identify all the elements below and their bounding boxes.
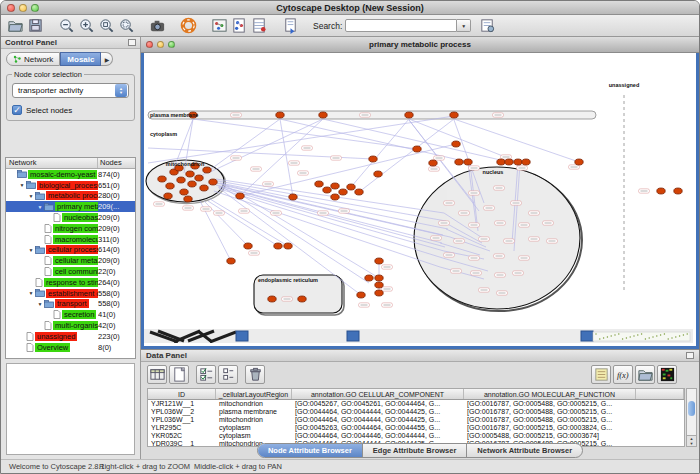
import-table-button[interactable] xyxy=(249,16,269,36)
network-node[interactable] xyxy=(268,296,276,302)
tree-row[interactable]: ▼transport558(0) xyxy=(6,299,135,310)
network-node[interactable] xyxy=(166,183,174,189)
tree-row[interactable]: mosaic-demo-yeast874(0) xyxy=(6,169,135,180)
attr-list-button[interactable] xyxy=(218,365,238,384)
tree-row[interactable]: cell communicat22(0) xyxy=(6,266,135,277)
network-node[interactable] xyxy=(298,296,306,302)
notes-button[interactable] xyxy=(591,365,611,384)
snapshot-button[interactable] xyxy=(147,16,167,36)
save-button[interactable] xyxy=(25,16,45,36)
network-node[interactable] xyxy=(184,196,192,202)
float-data-panel-icon[interactable] xyxy=(686,352,694,359)
network-node[interactable] xyxy=(657,188,665,194)
tree-row[interactable]: nucleobase-209(0) xyxy=(6,212,135,223)
function-button[interactable]: f(x) xyxy=(613,365,633,384)
table-row[interactable]: YPL036W__1mitochondrion[GO:0044464, GO:0… xyxy=(148,416,684,424)
network-canvas[interactable]: plasma membranecytoplasmmitochondrionnuc… xyxy=(144,53,696,346)
network-node[interactable] xyxy=(284,243,292,249)
network-node[interactable] xyxy=(375,282,383,288)
network-node[interactable] xyxy=(195,175,203,181)
network-node[interactable] xyxy=(188,181,196,187)
network-node[interactable] xyxy=(319,112,327,118)
attr-columns-button[interactable] xyxy=(147,365,167,384)
network-node[interactable] xyxy=(450,112,458,118)
table-column-header[interactable]: annotation.GO MOLECULAR_FUNCTION xyxy=(464,389,636,399)
network-node[interactable] xyxy=(186,171,194,177)
tab-node-attribute-browser[interactable]: Node Attribute Browser xyxy=(258,444,363,457)
heatmap-button[interactable] xyxy=(657,365,677,384)
attr-delete-button[interactable] xyxy=(196,365,216,384)
network-node[interactable] xyxy=(374,171,382,177)
tree-row[interactable]: cellular metabo209(0) xyxy=(6,255,135,266)
network-node[interactable] xyxy=(455,159,463,165)
open-button[interactable] xyxy=(5,16,25,36)
tree-row[interactable]: macromolecule311(0) xyxy=(6,234,135,245)
open-folder-button[interactable] xyxy=(635,365,655,384)
attr-trash-button[interactable] xyxy=(245,365,265,384)
scrollbar-thumb[interactable] xyxy=(688,401,695,416)
attr-new-button[interactable] xyxy=(169,365,189,384)
search-input[interactable] xyxy=(345,19,457,32)
network-node[interactable] xyxy=(375,258,383,264)
tree-collapse-arrow[interactable]: ▼ xyxy=(36,204,44,210)
tree-row[interactable]: ▼establishment of lo558(0) xyxy=(6,288,135,299)
network-node[interactable] xyxy=(209,179,217,185)
network-node[interactable] xyxy=(180,189,188,195)
zoom-fit-button[interactable] xyxy=(116,16,136,36)
tree-row[interactable]: ▼metabolic process280(0) xyxy=(6,191,135,202)
network-node[interactable] xyxy=(339,189,347,195)
network-node[interactable] xyxy=(674,188,682,194)
tree-row[interactable]: secretion41(0) xyxy=(6,309,135,320)
zoom-out-button[interactable] xyxy=(56,16,76,36)
tree-row[interactable]: ▼cellular process614(0) xyxy=(6,245,135,256)
network-node[interactable] xyxy=(158,176,166,182)
network-node[interactable] xyxy=(505,159,513,165)
network-node[interactable] xyxy=(347,184,355,190)
tree-collapse-arrow[interactable]: ▼ xyxy=(27,290,35,296)
network-node[interactable] xyxy=(289,194,297,200)
network-node[interactable] xyxy=(452,141,460,147)
table-column-header[interactable]: _cellularLayoutRegion xyxy=(216,389,292,399)
network-node[interactable] xyxy=(369,156,377,162)
overview-button[interactable] xyxy=(209,16,229,36)
network-node[interactable] xyxy=(200,185,208,191)
table-scrollbar[interactable]: ▲▼ xyxy=(686,388,697,447)
zoom-in-button[interactable] xyxy=(76,16,96,36)
search-dropdown-button[interactable]: ▼ xyxy=(457,19,471,32)
zoom-selected-button[interactable] xyxy=(96,16,116,36)
tree-collapse-arrow[interactable]: ▼ xyxy=(18,182,26,188)
help-button[interactable] xyxy=(178,16,198,36)
network-node[interactable] xyxy=(429,160,437,166)
tab-edge-attribute-browser[interactable]: Edge Attribute Browser xyxy=(363,444,467,457)
more-tabs-button[interactable]: ▶ xyxy=(101,52,113,66)
tree-row[interactable]: response to stimulu264(0) xyxy=(6,277,135,288)
tree-row[interactable]: nitrogen compo209(0) xyxy=(6,223,135,234)
network-node[interactable] xyxy=(514,159,522,165)
birdseye-view-panel[interactable] xyxy=(6,363,135,455)
tree-row[interactable]: unassigned223(0) xyxy=(6,331,135,342)
network-node[interactable] xyxy=(315,181,323,187)
network-node[interactable] xyxy=(331,194,339,200)
tab-network[interactable]: Network xyxy=(6,52,60,66)
network-node[interactable] xyxy=(375,290,383,296)
network-node[interactable] xyxy=(177,177,185,183)
tree-row[interactable]: ▼biological_process651(0) xyxy=(6,180,135,191)
tree-collapse-arrow[interactable]: ▼ xyxy=(36,301,44,307)
tree-collapse-arrow[interactable]: ▼ xyxy=(27,193,35,199)
network-node[interactable] xyxy=(355,189,363,195)
network-node[interactable] xyxy=(375,275,383,281)
tree-row[interactable]: multi-organism pro42(0) xyxy=(6,320,135,331)
tree-row[interactable]: ▼primary metabo209(... xyxy=(6,201,135,212)
tab-network-attribute-browser[interactable]: Network Attribute Browser xyxy=(467,444,582,457)
table-column-header[interactable]: ID xyxy=(148,389,216,399)
search-settings-button[interactable] xyxy=(477,16,497,36)
network-node[interactable] xyxy=(203,167,211,173)
network-node[interactable] xyxy=(522,159,530,165)
tree-row[interactable]: Overview8(0) xyxy=(6,342,135,353)
tab-mosaic[interactable]: Mosaic xyxy=(60,52,101,66)
table-row[interactable]: YPL036W__2plasma membrane[GO:0044464, GO… xyxy=(148,408,684,416)
network-node[interactable] xyxy=(497,159,505,165)
network-node[interactable] xyxy=(274,243,282,249)
network-node[interactable] xyxy=(357,292,365,298)
network-node[interactable] xyxy=(365,275,373,281)
